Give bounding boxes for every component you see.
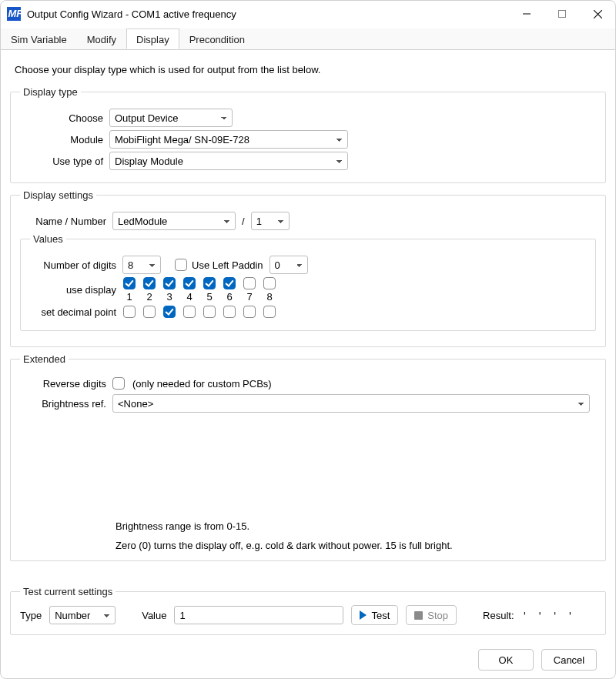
use-display-cb-7[interactable]	[243, 277, 256, 289]
value-label: Value	[142, 610, 166, 621]
result-value: ' ' ' '	[522, 610, 575, 621]
choose-label: Choose	[20, 112, 109, 124]
use-display-label: use display	[30, 284, 122, 296]
name-number-label: Name / Number	[20, 216, 112, 227]
test-group: Test current settings Type Number Value …	[10, 586, 606, 635]
values-group: Values Number of digits 8 Use Left Paddi…	[20, 233, 596, 331]
decimal-cb-6[interactable]	[223, 306, 236, 318]
decimal-row	[122, 306, 276, 318]
decimal-cb-3[interactable]	[163, 306, 176, 318]
value-input[interactable]	[174, 606, 343, 624]
values-legend: Values	[30, 233, 66, 245]
tab-precondition[interactable]: Precondition	[179, 28, 255, 49]
slash: /	[236, 216, 251, 227]
tab-sim-variable[interactable]: Sim Variable	[1, 28, 77, 49]
test-legend: Test current settings	[20, 586, 116, 597]
titlebar: MF Output Config Wizard - COM1 active fr…	[1, 1, 615, 27]
left-padding-label: Use Left Paddin	[192, 259, 263, 271]
display-settings-legend: Display settings	[20, 189, 96, 201]
brightness-note-2: Zero (0) turns the display off, e.g. col…	[116, 540, 596, 551]
extended-group: Extended Reverse digits (only needed for…	[10, 353, 606, 561]
module-select[interactable]: MobiFlight Mega/ SN-09E-728	[109, 130, 348, 149]
use-display-cb-4[interactable]	[183, 277, 196, 289]
reverse-hint: (only needed for custom PCBs)	[132, 378, 272, 390]
brightness-select[interactable]: <None>	[112, 394, 590, 413]
svg-rect-3	[559, 11, 566, 18]
use-type-select[interactable]: Display Module	[109, 152, 348, 170]
decimal-cb-4[interactable]	[183, 306, 196, 318]
brightness-note-1: Brightness range is from 0-15.	[116, 520, 596, 532]
window: MF Output Config Wizard - COM1 active fr…	[0, 0, 616, 679]
use-display-row: 1 2 3 4 5 6 7 8	[122, 277, 276, 303]
display-settings-group: Display settings Name / Number LedModule…	[10, 189, 606, 347]
choose-select[interactable]: Output Device	[109, 109, 233, 127]
use-display-cb-3[interactable]	[163, 277, 176, 289]
name-select[interactable]: LedModule	[112, 212, 236, 230]
decimal-cb-8[interactable]	[263, 306, 276, 318]
maximize-button[interactable]	[544, 2, 580, 26]
num-digits-select[interactable]: 8	[122, 256, 161, 274]
type-select[interactable]: Number	[49, 606, 116, 624]
decimal-cb-2[interactable]	[143, 306, 156, 318]
window-title: Output Config Wizard - COM1 active frequ…	[27, 8, 509, 20]
set-decimal-label: set decimal point	[30, 306, 122, 318]
cancel-button[interactable]: Cancel	[541, 649, 597, 671]
type-label: Type	[20, 610, 42, 621]
minimize-button[interactable]	[509, 2, 544, 26]
brightness-label: Brightness ref.	[20, 398, 112, 410]
display-type-group: Display type Choose Output Device Module…	[10, 86, 606, 183]
stop-button[interactable]: Stop	[406, 605, 457, 625]
use-display-cb-1[interactable]	[123, 277, 136, 289]
padding-char-select[interactable]: 0	[270, 256, 308, 274]
use-display-cb-5[interactable]	[203, 277, 216, 289]
close-button[interactable]	[580, 2, 615, 26]
num-digits-label: Number of digits	[30, 259, 122, 271]
ok-button[interactable]: OK	[478, 649, 534, 671]
reverse-label: Reverse digits	[20, 378, 112, 390]
extended-legend: Extended	[20, 353, 69, 365]
use-display-cb-6[interactable]	[223, 277, 236, 289]
dialog-buttons: OK Cancel	[10, 641, 606, 671]
number-select[interactable]: 1	[251, 212, 290, 230]
play-icon	[360, 610, 367, 620]
left-padding-box[interactable]	[175, 259, 187, 271]
test-button[interactable]: Test	[351, 605, 398, 625]
window-controls	[509, 2, 615, 26]
decimal-cb-1[interactable]	[123, 306, 136, 318]
svg-text:MF: MF	[8, 8, 22, 19]
decimal-cb-5[interactable]	[203, 306, 216, 318]
intro-text: Choose your display type which is used f…	[15, 64, 601, 75]
result-label: Result:	[483, 610, 514, 621]
tab-modify[interactable]: Modify	[77, 28, 126, 49]
decimal-cb-7[interactable]	[243, 306, 256, 318]
use-type-label: Use type of	[20, 156, 109, 167]
reverse-checkbox[interactable]	[112, 377, 125, 390]
use-display-cb-8[interactable]	[263, 277, 276, 289]
use-display-cb-2[interactable]	[143, 277, 156, 289]
stop-icon	[414, 611, 423, 620]
tab-strip: Sim Variable Modify Display Precondition	[1, 28, 615, 50]
module-label: Module	[20, 134, 109, 146]
app-icon: MF	[7, 7, 21, 21]
tab-display[interactable]: Display	[126, 28, 179, 49]
display-type-legend: Display type	[20, 86, 81, 98]
content: Choose your display type which is used f…	[1, 50, 615, 678]
left-padding-checkbox[interactable]: Use Left Paddin	[175, 259, 263, 271]
